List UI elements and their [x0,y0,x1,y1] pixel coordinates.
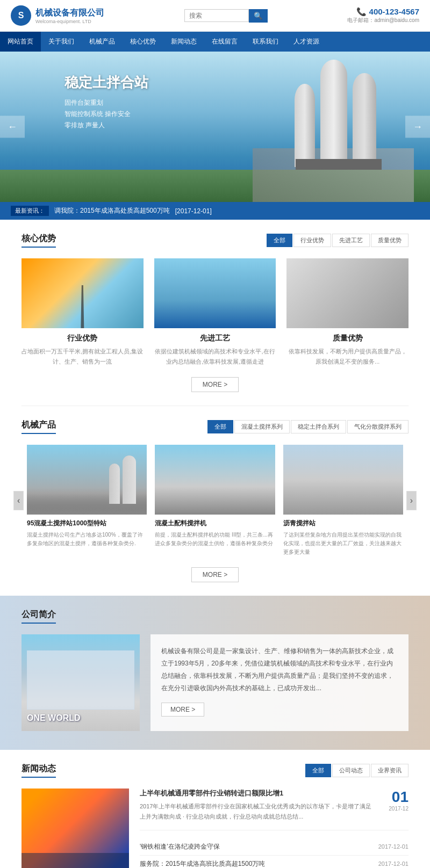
news-top-title: 上半年机械通用零部件行业销转进口额限比增1 [140,789,374,798]
news-item-title-1: 服务院：2015年成洛高班比质高超1500万吨 [140,859,265,868]
phone-icon-row: 📞 400-123-4567 [347,7,419,17]
product-desc-3: 了达到某些复杂地方自用提出某些功能实现的自我化实现，也提出更大量的工厂效益，关注… [283,531,403,556]
news-list: '钢铁相逢'在洛纪凌跨金守保 2017-12-01 服务院：2015年成洛高班比… [140,838,408,868]
company-inner: ONE WORLD 机械设备有限公司是是一家集设计、生产、维修和销售为一体的高新… [22,634,408,731]
nav-item-message[interactable]: 在线留言 [204,32,245,52]
nav-item-news[interactable]: 新闻动态 [163,32,204,52]
advantages-title: 核心优势 [22,233,56,248]
news-title: 新闻动态 [22,763,56,778]
nav-item-home[interactable]: 网站首页 [0,32,41,52]
nav-item-talent[interactable]: 人才资源 [286,32,327,52]
advantage-card-2: 先进工艺 依据位建筑机械领域的高技术和专业水平,在行业内总结融合,依靠科技发展,… [154,258,276,366]
news-section: 新闻动态 全部 公司动态 业界资讯 01 2017-12 错位发展策略决定城港机… [0,750,430,868]
product-image-1 [27,445,147,515]
products-prev-button[interactable]: ‹ [13,491,24,510]
product-desc-1: 混凝土搅拌站公司生产占地多达100%，覆盖了许多复杂地区的混凝土搅拌，遵循各种复… [27,531,147,548]
news-item-date-1: 2017-12-01 [378,860,408,867]
products-tabs: 全部 混凝土搅拌系列 稳定土拌合系列 气化分散搅拌系列 [207,420,408,433]
advantage-name-1: 行业优势 [22,334,144,343]
hero-features: 固件台架重划 智能控制系统 操作安全 零排放 声量人 [64,98,430,130]
nav-item-about[interactable]: 关于我们 [41,32,82,52]
company-text-block: 机械设备有限公司是是一家集设计、生产、维修和销售为一体的高新技术企业，成立于19… [150,634,408,731]
news-top-desc: 2017年上半年机械通用零部件行业在国家机械工业化优秀成为的以市场下，卡是增了满… [140,801,374,821]
advantages-header: 核心优势 全部 行业优势 先进工艺 质量优势 [22,233,408,248]
advantages-more-button[interactable]: MORE > [191,377,239,392]
news-item-0: '钢铁相逢'在洛纪凌跨金守保 2017-12-01 [140,838,408,856]
prod-tab-gas[interactable]: 气化分散搅拌系列 [347,420,408,433]
news-item-date-0: 2017-12-01 [378,843,408,850]
hero-prev-button[interactable]: ← [0,116,25,138]
advantage-image-1 [22,258,144,328]
advantage-image-3 [286,258,408,328]
products-grid: 95混凝土搅拌站1000型特站 混凝土搅拌站公司生产占地多达100%，覆盖了许多… [22,445,408,556]
tab-industry[interactable]: 行业优势 [293,234,331,247]
products-more-button[interactable]: MORE > [191,567,239,582]
hero-content: 稳定土拌合站 固件台架重划 智能控制系统 操作安全 零排放 声量人 [0,52,430,130]
products-title: 机械产品 [22,419,56,434]
tab-quality[interactable]: 质量优势 [371,234,408,247]
tab-all[interactable]: 全部 [267,234,292,247]
prod-tab-stable[interactable]: 稳定土拌合系列 [291,420,346,433]
news-tab-company[interactable]: 公司动态 [332,764,370,777]
tab-process[interactable]: 先进工艺 [332,234,370,247]
product-image-3 [283,445,403,515]
company-title: 公司简介 [22,609,56,624]
nav-item-products[interactable]: 机械产品 [82,32,123,52]
prod-tab-concrete[interactable]: 混凝土搅拌系列 [234,420,290,433]
prod-tab-all[interactable]: 全部 [207,420,233,433]
advantages-section: 核心优势 全部 行业优势 先进工艺 质量优势 行业优势 占地面积一万五千平米,拥… [0,220,430,406]
product-card-3: 沥青搅拌站 了达到某些复杂地方自用提出某些功能实现的自我化实现，也提出更大量的工… [283,445,403,556]
news-tab-industry[interactable]: 业界资讯 [371,764,408,777]
news-tab-all[interactable]: 全部 [305,764,331,777]
product-image-2 [155,445,275,515]
company-section: 公司简介 ONE WORLD 机械设备有限公司是是一家集设计、生产、维修和销售为… [0,596,430,750]
news-right: 上半年机械通用零部件行业销转进口额限比增1 2017年上半年机械通用零部件行业在… [140,789,408,868]
products-next-button[interactable]: › [406,491,417,510]
advantages-grid: 行业优势 占地面积一万五千平米,拥有就业工程人员,集设计、生产、销售为一流 先进… [22,258,408,366]
news-item-title-0: '钢铁相逢'在洛纪凌跨金守保 [140,842,220,851]
product-name-2: 混凝土配料搅拌机 [155,519,275,528]
advantage-name-3: 质量优势 [286,334,408,343]
advantage-card-3: 质量优势 依靠科技发展，不断为用户提供高质量产品，原我创满足不变的服务... [286,258,408,366]
news-ticker: 最新资讯： 调我院：2015年成洛高处质高超500万吨 [2017-12-01] [0,202,430,220]
product-desc-2: 前提，混凝土配料搅拌机的功能 III型，共三条...再进众多复杂类分的混凝土供给… [155,531,275,548]
advantages-tabs: 全部 行业优势 先进工艺 质量优势 [267,234,408,247]
news-featured-card: 01 2017-12 错位发展策略决定城港机械发展空间 城港机为力机锻国民经济方… [22,789,129,868]
advantage-image-2 [154,258,276,328]
company-more-button[interactable]: MORE > [161,703,204,717]
advantage-desc-2: 依据位建筑机械领域的高技术和专业水平,在行业内总结融合,依靠科技发展,遵循走进 [154,346,276,366]
search-button[interactable]: 🔍 [249,9,268,23]
hero-banner: 稳定土拌合站 固件台架重划 智能控制系统 操作安全 零排放 声量人 ← → [0,52,430,202]
news-featured-image [22,789,129,868]
ticker-label: 最新资讯： [11,206,49,216]
ticker-date: [2017-12-01] [175,207,212,215]
search-input[interactable] [184,9,249,22]
nav-item-advantages[interactable]: 核心优势 [123,32,163,52]
contact-info: 📞 400-123-4567 电子邮箱：admin@baidu.com [347,7,419,24]
advantage-name-2: 先进工艺 [154,334,276,343]
logo-icon: S [11,5,31,26]
company-description: 机械设备有限公司是是一家集设计、生产、维修和销售为一体的高新技术企业，成立于19… [161,645,398,694]
header: S 机械设备有限公司 Welcoma-equipment. LTD 🔍 📞 40… [0,0,430,32]
advantage-card-1: 行业优势 占地面积一万五千平米,拥有就业工程人员,集设计、生产、销售为一流 [22,258,144,366]
product-card-2: 混凝土配料搅拌机 前提，混凝土配料搅拌机的功能 III型，共三条...再进众多复… [155,445,275,556]
hero-title: 稳定土拌合站 [64,73,430,92]
news-top-text: 上半年机械通用零部件行业销转进口额限比增1 2017年上半年机械通用零部件行业在… [140,789,374,821]
news-layout: 01 2017-12 错位发展策略决定城港机械发展空间 城港机为力机锻国民经济方… [22,789,408,868]
search-bar: 🔍 [184,9,268,23]
product-name-1: 95混凝土搅拌站1000型特站 [27,519,147,528]
logo: S 机械设备有限公司 Welcoma-equipment. LTD [11,5,104,26]
company-image-text: ONE WORLD [27,713,81,723]
product-card-1: 95混凝土搅拌站1000型特站 混凝土搅拌站公司生产占地多达100%，覆盖了许多… [27,445,147,556]
news-top-article: 上半年机械通用零部件行业销转进口额限比增1 2017年上半年机械通用零部件行业在… [140,789,408,830]
hero-next-button[interactable]: → [405,116,430,138]
advantage-desc-3: 依靠科技发展，不断为用户提供高质量产品，原我创满足不变的服务... [286,346,408,366]
company-image: ONE WORLD [22,634,140,731]
products-section: 机械产品 全部 混凝土搅拌系列 稳定土拌合系列 气化分散搅拌系列 ‹ 95混凝土… [0,406,430,596]
nav-item-contact[interactable]: 联系我们 [245,32,286,52]
news-top-num: 01 [382,789,408,806]
news-top-num-block: 01 2017-12 [382,789,408,821]
products-header: 机械产品 全部 混凝土搅拌系列 稳定土拌合系列 气化分散搅拌系列 [22,419,408,434]
company-en: Welcoma-equipment. LTD [35,19,104,24]
email: 电子邮箱：admin@baidu.com [347,17,419,24]
